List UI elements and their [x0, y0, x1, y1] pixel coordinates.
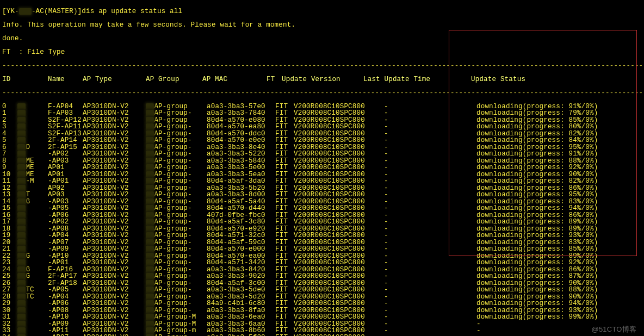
redaction: XX: [17, 205, 26, 212]
prompt-prefix: [YK-: [2, 8, 19, 15]
cell-mac: a0a3-3ba3-5f20: [207, 334, 275, 337]
cell-id: 29: [2, 300, 17, 307]
cell-time: -: [384, 219, 476, 226]
redaction: XX: [146, 246, 154, 253]
cell-mac: a0a3-3ba3-9020: [207, 273, 275, 280]
cell-time: -: [384, 110, 476, 117]
cell-name: -AP06: [48, 300, 83, 307]
table-row: 34XX -AP07AP3010DN-V2XXAP-group-a0a3-3ba…: [2, 334, 642, 337]
cell-time: -: [384, 117, 476, 124]
cell-status: -: [476, 334, 629, 337]
cell-time: -: [384, 164, 476, 171]
terminal-output: [YK-XXX-AC(MASTER)]dis ap update status …: [0, 0, 644, 336]
redaction: XX: [146, 219, 154, 226]
divider: ----------------------------------------…: [2, 63, 642, 70]
cell-time: -: [384, 246, 476, 253]
cell-time: -: [384, 273, 476, 280]
cell-ft: FIT: [275, 327, 294, 334]
cell-name: AP03: [48, 191, 83, 198]
redaction: XX: [17, 327, 26, 334]
cell-type: AP3010DN-V2: [83, 287, 146, 294]
cell-type: AP3010DN-V2: [83, 327, 146, 334]
redaction: XX: [146, 205, 154, 212]
cell-name: -AP09: [48, 246, 83, 253]
cell-name: 2F-AP14: [48, 137, 83, 144]
cell-id: 7: [2, 151, 17, 158]
hdr-ver: Update Version: [282, 76, 363, 83]
redaction: XXX: [19, 8, 32, 15]
table-header: IDNameAP TypeAP GroupAP MACFTUpdate Vers…: [2, 76, 642, 83]
cell-time: -: [384, 178, 476, 185]
cell-mac: 80d4-a5af-3c80: [207, 219, 275, 226]
cell-mac: a0a3-3ba3-6ea0: [207, 314, 275, 321]
redaction: XX: [146, 123, 154, 130]
cell-status: downloading(progress: 89%/0%): [476, 219, 629, 226]
cell-pre: XX: [17, 334, 48, 337]
done-line: done.: [2, 35, 642, 42]
cell-mac: 80d4-a571-3420: [207, 259, 275, 266]
table-row: 31XX -AP10AP3010DN-V2XXAP-group-Ma0a3-3b…: [2, 314, 642, 321]
hdr-name: Name: [48, 76, 83, 83]
cell-mac: 80d4-a570-e000: [207, 246, 275, 253]
cell-time: -: [384, 314, 476, 321]
cell-time: -: [384, 144, 476, 151]
cell-time: -: [384, 266, 476, 273]
hdr-mac: AP MAC: [202, 76, 267, 83]
cell-mac: 84a9-c4b1-6c80: [207, 300, 275, 307]
table-row: 15XX -AP05AP3010DN-V2XXAP-group-80d4-a57…: [2, 205, 642, 212]
cell-type: AP3010DN-V2: [83, 246, 146, 253]
cell-ft: FIT: [275, 246, 294, 253]
cell-type: AP3010DN-V2: [83, 191, 146, 198]
redaction: XX: [17, 259, 26, 266]
cell-mac: 80d4-a571-32c0: [207, 232, 275, 239]
hdr-group: AP Group: [146, 76, 202, 83]
cell-type: AP3010DN-V2: [83, 232, 146, 239]
cell-version: V200R008C10SPC800: [294, 137, 384, 144]
cell-type: AP3010DN-V2: [83, 219, 146, 226]
cell-status: -: [476, 327, 629, 334]
redaction: XX: [17, 334, 26, 337]
cell-status: downloading(progress: 87%/0%): [476, 273, 629, 280]
cell-id: 9: [2, 164, 17, 171]
cell-status: downloading(progress: 99%/0%): [476, 314, 629, 321]
redaction: XX: [17, 219, 26, 226]
cell-status: downloading(progress: 92%/0%): [476, 259, 629, 266]
redaction: XX: [17, 151, 26, 158]
table-row: 9XXMEAP01AP3010DN-V2XXAP-group-a0a3-3ba3…: [2, 164, 642, 171]
cell-name: -AP05: [48, 287, 83, 294]
cell-id: 11: [2, 178, 17, 185]
cell-ft: FIT: [275, 273, 294, 280]
cell-status: downloading(progress: 85%/0%): [476, 246, 629, 253]
cell-version: V200R008C10SPC800: [294, 191, 384, 198]
redaction: XX: [146, 314, 154, 321]
cell-status: downloading(progress: 79%/0%): [476, 110, 629, 117]
table-row: 7XX -AP02AP3010DN-V2XXAP-group-a0a3-3ba3…: [2, 151, 642, 158]
cell-id: 13: [2, 191, 17, 198]
cell-type: AP3010DN-V2: [83, 273, 146, 280]
cell-status: downloading(progress: 84%/0%): [476, 137, 629, 144]
cell-status: downloading(progress: 94%/0%): [476, 205, 629, 212]
redaction: XX: [146, 110, 154, 117]
cell-time: -: [384, 300, 476, 307]
cell-name: -AP01: [48, 178, 83, 185]
cell-type: AP3010DN-V2: [83, 178, 146, 185]
cell-version: V200R008C10SPC800: [294, 327, 384, 334]
cell-type: AP3010DN-V2: [83, 151, 146, 158]
cell-id: 19: [2, 232, 17, 239]
divider: ----------------------------------------…: [2, 90, 642, 97]
cell-type: AP3010DN-V2: [83, 334, 146, 337]
redaction: XX: [17, 123, 26, 130]
cell-mac: 80d4-a5af-3da0: [207, 178, 275, 185]
cell-version: V200R008C10SPC800: [294, 151, 384, 158]
redaction: XX: [17, 246, 26, 253]
cell-id: 25: [2, 273, 17, 280]
cell-name: -AP04: [48, 232, 83, 239]
cell-status: -: [476, 321, 629, 328]
table-row: 27XXTC-AP05AP3010DN-V2XXAP-group-a0a3-3b…: [2, 287, 642, 294]
info-line: Info. This operation may take a few seco…: [2, 22, 642, 29]
cell-id: 5: [2, 137, 17, 144]
table-row: 13XXT AP03AP3010DN-V2XXAP-group-a0a3-3ba…: [2, 191, 642, 198]
cell-name: 2F-AP17: [48, 273, 83, 280]
redaction: XX: [17, 287, 26, 294]
cell-time: -: [384, 205, 476, 212]
